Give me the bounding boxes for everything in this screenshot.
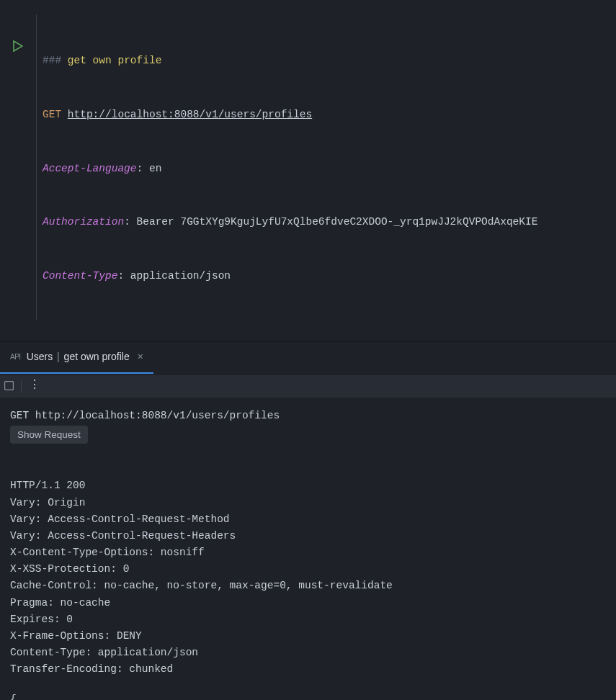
request-header: Accept-Language: en bbox=[43, 158, 537, 179]
response-header: X-Frame-Options: DENY bbox=[10, 628, 606, 645]
result-tab-bar: API Users | get own profile × bbox=[0, 341, 616, 374]
editor-gutter bbox=[0, 0, 36, 320]
tab-title-request: get own profile bbox=[64, 351, 130, 362]
editor-pane: ### get own profile GET http://localhost… bbox=[0, 0, 616, 341]
request-heading: ### get own profile bbox=[43, 50, 537, 71]
response-header: Expires: 0 bbox=[10, 611, 606, 628]
show-request-button[interactable]: Show Request bbox=[10, 426, 88, 444]
response-header: Vary: Origin bbox=[10, 495, 606, 511]
response-request-line: GET http://localhost:8088/v1/users/profi… bbox=[10, 408, 606, 424]
toolbar-divider bbox=[21, 380, 22, 392]
tab-title-sep: | bbox=[57, 351, 60, 362]
api-icon: API bbox=[10, 351, 21, 363]
response-header: Content-Type: application/json bbox=[10, 645, 606, 661]
json-line: { bbox=[10, 691, 606, 700]
more-options-icon[interactable]: ⋮ bbox=[29, 377, 40, 395]
response-header: Transfer-Encoding: chunked bbox=[10, 661, 606, 678]
response-header: Vary: Access-Control-Request-Headers bbox=[10, 528, 606, 544]
response-header: Cache-Control: no-cache, no-store, max-a… bbox=[10, 578, 606, 594]
response-toolbar: ⋮ bbox=[0, 374, 616, 398]
request-line: GET http://localhost:8088/v1/users/profi… bbox=[43, 104, 537, 125]
close-icon[interactable]: × bbox=[138, 349, 143, 364]
response-header: Pragma: no-cache bbox=[10, 595, 606, 611]
request-header: Content-Type: application/json bbox=[43, 266, 537, 286]
http-request-source[interactable]: ### get own profile GET http://localhost… bbox=[37, 0, 537, 320]
tab-title-file: Users bbox=[27, 351, 53, 362]
run-request-icon[interactable] bbox=[13, 22, 23, 58]
response-status: HTTP/1.1 200 bbox=[10, 477, 606, 494]
svg-rect-0 bbox=[5, 382, 14, 390]
response-header: Vary: Access-Control-Request-Method bbox=[10, 511, 606, 528]
result-tab[interactable]: API Users | get own profile × bbox=[0, 342, 153, 374]
response-header: X-Content-Type-Options: nosniff bbox=[10, 544, 606, 561]
stop-icon[interactable] bbox=[4, 381, 14, 390]
response-header: X-XSS-Protection: 0 bbox=[10, 561, 606, 578]
request-header: Authorization: Bearer 7GGtXYg9KgujLyfU7x… bbox=[43, 212, 537, 232]
response-pane[interactable]: GET http://localhost:8088/v1/users/profi… bbox=[0, 398, 616, 700]
